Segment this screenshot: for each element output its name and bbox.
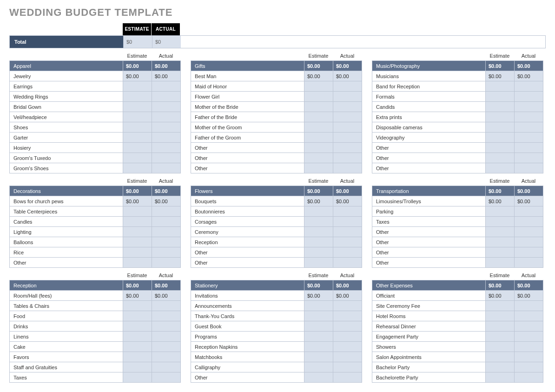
line-item-estimate[interactable]: $0.00 bbox=[123, 291, 152, 301]
line-item-actual[interactable] bbox=[333, 237, 362, 247]
line-item-name[interactable]: Reception bbox=[191, 237, 304, 247]
line-item-actual[interactable] bbox=[333, 163, 362, 173]
line-item-actual[interactable] bbox=[152, 352, 181, 362]
line-item-name[interactable]: Tables & Chairs bbox=[10, 301, 123, 311]
line-item-estimate[interactable] bbox=[304, 332, 333, 342]
line-item-estimate[interactable] bbox=[123, 362, 152, 372]
line-item-actual[interactable] bbox=[152, 92, 181, 102]
line-item-actual[interactable] bbox=[515, 112, 543, 122]
line-item-actual[interactable] bbox=[515, 133, 543, 143]
line-item-name[interactable]: Wedding Rings bbox=[10, 92, 123, 102]
line-item-name[interactable]: Reception Napkins bbox=[191, 342, 304, 352]
line-item-estimate[interactable] bbox=[486, 122, 515, 133]
line-item-estimate[interactable] bbox=[123, 133, 152, 143]
line-item-name[interactable]: Hotel Rooms bbox=[372, 311, 486, 321]
line-item-estimate[interactable] bbox=[123, 122, 152, 133]
line-item-actual[interactable] bbox=[152, 301, 181, 311]
line-item-estimate[interactable] bbox=[123, 311, 152, 321]
line-item-actual[interactable]: $0.00 bbox=[152, 71, 181, 81]
line-item-name[interactable]: Jewelry bbox=[10, 71, 123, 81]
line-item-actual[interactable]: $0.00 bbox=[333, 291, 362, 301]
line-item-name[interactable]: Matchbooks bbox=[191, 352, 304, 362]
line-item-actual[interactable] bbox=[152, 133, 181, 143]
line-item-estimate[interactable] bbox=[304, 342, 333, 352]
line-item-name[interactable]: Other bbox=[372, 153, 486, 163]
line-item-name[interactable]: Bachelorette Party bbox=[372, 372, 486, 383]
line-item-actual[interactable] bbox=[333, 342, 362, 352]
line-item-estimate[interactable] bbox=[304, 372, 333, 383]
line-item-actual[interactable] bbox=[515, 332, 543, 342]
line-item-estimate[interactable]: $0.00 bbox=[123, 196, 152, 206]
line-item-estimate[interactable] bbox=[304, 153, 333, 163]
line-item-name[interactable]: Invitations bbox=[191, 291, 304, 301]
line-item-estimate[interactable] bbox=[304, 163, 333, 173]
line-item-name[interactable]: Other bbox=[372, 163, 486, 173]
line-item-actual[interactable] bbox=[333, 352, 362, 362]
line-item-actual[interactable] bbox=[515, 372, 543, 383]
line-item-actual[interactable] bbox=[152, 311, 181, 321]
line-item-estimate[interactable] bbox=[486, 362, 515, 372]
line-item-name[interactable]: Other bbox=[372, 247, 486, 258]
summary-total-actual[interactable]: $0 bbox=[152, 36, 181, 48]
line-item-actual[interactable] bbox=[152, 342, 181, 352]
line-item-estimate[interactable] bbox=[304, 352, 333, 362]
line-item-estimate[interactable] bbox=[123, 227, 152, 237]
line-item-actual[interactable] bbox=[333, 153, 362, 163]
line-item-estimate[interactable] bbox=[123, 342, 152, 352]
line-item-name[interactable]: Linens bbox=[10, 332, 123, 342]
line-item-estimate[interactable] bbox=[123, 237, 152, 247]
line-item-estimate[interactable]: $0.00 bbox=[486, 71, 515, 81]
line-item-actual[interactable] bbox=[152, 237, 181, 247]
line-item-name[interactable]: Other bbox=[372, 227, 486, 237]
line-item-estimate[interactable] bbox=[304, 217, 333, 227]
line-item-actual[interactable] bbox=[333, 362, 362, 372]
line-item-estimate[interactable] bbox=[486, 311, 515, 321]
line-item-actual[interactable] bbox=[333, 122, 362, 133]
line-item-actual[interactable] bbox=[152, 206, 181, 217]
line-item-actual[interactable] bbox=[333, 247, 362, 258]
line-item-actual[interactable] bbox=[152, 227, 181, 237]
line-item-name[interactable]: Bouquets bbox=[191, 196, 304, 206]
line-item-name[interactable]: Extra prints bbox=[372, 112, 486, 122]
line-item-actual[interactable] bbox=[152, 247, 181, 258]
line-item-actual[interactable]: $0.00 bbox=[333, 196, 362, 206]
line-item-estimate[interactable] bbox=[486, 352, 515, 362]
line-item-name[interactable]: Mother of the Bride bbox=[191, 102, 304, 112]
line-item-estimate[interactable] bbox=[123, 352, 152, 362]
line-item-actual[interactable] bbox=[515, 81, 543, 92]
line-item-actual[interactable]: $0.00 bbox=[152, 291, 181, 301]
line-item-name[interactable]: Boutonnieres bbox=[191, 206, 304, 217]
line-item-actual[interactable]: $0.00 bbox=[515, 196, 543, 206]
line-item-name[interactable]: Other bbox=[10, 258, 123, 268]
line-item-name[interactable]: Parking bbox=[372, 206, 486, 217]
line-item-name[interactable]: Engagement Party bbox=[372, 332, 486, 342]
line-item-actual[interactable] bbox=[515, 92, 543, 102]
line-item-name[interactable]: Maid of Honor bbox=[191, 81, 304, 92]
line-item-actual[interactable] bbox=[515, 362, 543, 372]
line-item-estimate[interactable] bbox=[486, 81, 515, 92]
line-item-name[interactable]: Lighting bbox=[10, 227, 123, 237]
line-item-name[interactable]: Favors bbox=[10, 352, 123, 362]
line-item-actual[interactable] bbox=[333, 311, 362, 321]
line-item-actual[interactable] bbox=[515, 301, 543, 311]
line-item-actual[interactable] bbox=[515, 247, 543, 258]
line-item-estimate[interactable] bbox=[123, 163, 152, 173]
line-item-estimate[interactable] bbox=[123, 301, 152, 311]
line-item-estimate[interactable] bbox=[123, 112, 152, 122]
line-item-name[interactable]: Taxes bbox=[10, 372, 123, 383]
line-item-name[interactable]: Officiant bbox=[372, 291, 486, 301]
line-item-estimate[interactable] bbox=[486, 342, 515, 352]
line-item-name[interactable]: Ceremony bbox=[191, 227, 304, 237]
line-item-estimate[interactable] bbox=[304, 143, 333, 153]
line-item-actual[interactable] bbox=[515, 227, 543, 237]
line-item-estimate[interactable] bbox=[304, 237, 333, 247]
line-item-actual[interactable] bbox=[152, 332, 181, 342]
line-item-estimate[interactable] bbox=[123, 258, 152, 268]
line-item-name[interactable]: Other bbox=[372, 143, 486, 153]
line-item-name[interactable]: Limousines/Trolleys bbox=[372, 196, 486, 206]
line-item-actual[interactable] bbox=[515, 153, 543, 163]
line-item-actual[interactable] bbox=[515, 311, 543, 321]
line-item-name[interactable]: Musicians bbox=[372, 71, 486, 81]
line-item-actual[interactable] bbox=[333, 112, 362, 122]
line-item-actual[interactable]: $0.00 bbox=[152, 196, 181, 206]
